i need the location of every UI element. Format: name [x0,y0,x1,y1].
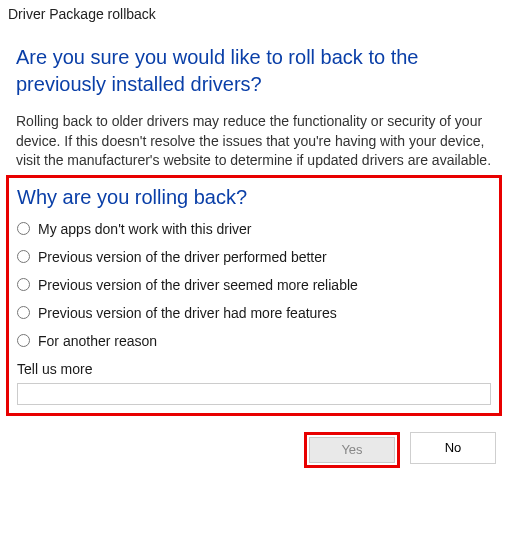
survey-option-radio-2[interactable] [17,278,30,291]
survey-option-row: For another reason [17,333,491,349]
dialog-content: Are you sure you would like to roll back… [0,28,512,416]
tell-us-more-label: Tell us more [17,361,491,377]
no-button[interactable]: No [410,432,496,464]
yes-button-highlight: Yes [304,432,400,468]
survey-option-row: My apps don't work with this driver [17,221,491,237]
survey-option-row: Previous version of the driver seemed mo… [17,277,491,293]
window-title: Driver Package rollback [0,0,512,28]
survey-highlight-box: Why are you rolling back? My apps don't … [6,175,502,416]
dialog-button-row: Yes No [0,416,512,468]
survey-option-label[interactable]: For another reason [38,333,157,349]
survey-option-label[interactable]: Previous version of the driver performed… [38,249,327,265]
dialog-body-text: Rolling back to older drivers may reduce… [16,112,496,171]
tell-us-more-input[interactable] [17,383,491,405]
survey-option-label[interactable]: Previous version of the driver had more … [38,305,337,321]
survey-option-label[interactable]: My apps don't work with this driver [38,221,252,237]
survey-option-radio-3[interactable] [17,306,30,319]
dialog-heading: Are you sure you would like to roll back… [16,44,496,98]
survey-option-label[interactable]: Previous version of the driver seemed mo… [38,277,358,293]
survey-option-radio-4[interactable] [17,334,30,347]
survey-option-row: Previous version of the driver had more … [17,305,491,321]
yes-button[interactable]: Yes [309,437,395,463]
survey-option-row: Previous version of the driver performed… [17,249,491,265]
survey-option-radio-1[interactable] [17,250,30,263]
survey-option-radio-0[interactable] [17,222,30,235]
survey-title: Why are you rolling back? [17,186,491,209]
